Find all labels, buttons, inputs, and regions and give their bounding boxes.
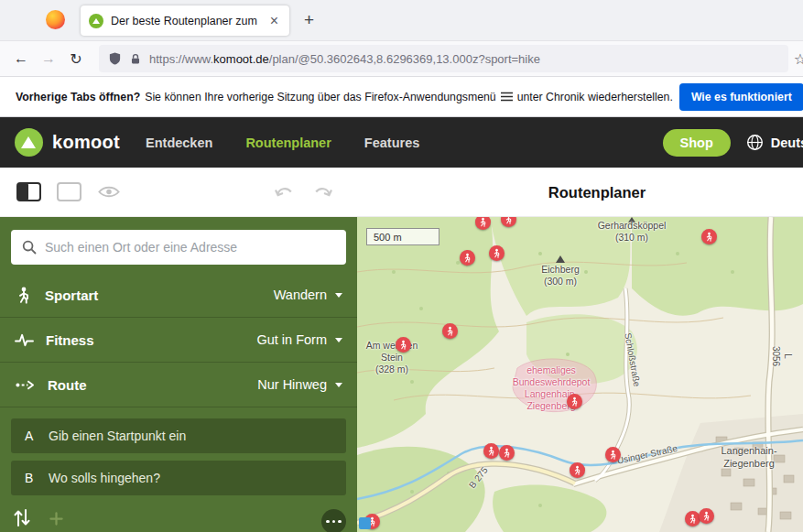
brand-name: komoot xyxy=(52,132,120,153)
globe-icon xyxy=(746,134,764,151)
browser-tab[interactable]: Der beste Routenplaner zum Ra × xyxy=(81,5,289,36)
hiker-icon xyxy=(502,448,512,458)
eye-icon[interactable] xyxy=(97,184,121,200)
firefox-icon[interactable] xyxy=(46,10,65,29)
tab-title: Der beste Routenplaner zum Ra xyxy=(111,15,260,27)
how-it-works-button[interactable]: Wie es funktioniert xyxy=(679,83,803,111)
url-text: https://www.komoot.de/plan/@50.3602643,8… xyxy=(149,52,540,66)
redo-icon[interactable] xyxy=(312,184,332,200)
forward-button[interactable]: → xyxy=(35,50,62,67)
add-waypoint-icon[interactable] xyxy=(49,512,63,526)
nav-routenplaner[interactable]: Routenplaner xyxy=(245,136,331,150)
hiker-icon xyxy=(478,217,488,227)
url-bar[interactable]: https://www.komoot.de/plan/@50.3602643,8… xyxy=(99,45,788,72)
hiker-icon xyxy=(492,248,502,258)
search-input[interactable] xyxy=(45,240,335,255)
fitness-pulse-icon xyxy=(15,331,34,349)
hiker-icon xyxy=(15,286,33,304)
hiker-icon xyxy=(504,217,514,224)
sport-dropdown[interactable]: Sportart Wandern xyxy=(0,273,357,318)
nav-entdecken[interactable]: Entdecken xyxy=(146,136,212,150)
map-marker-hiker[interactable] xyxy=(460,250,475,266)
chevron-down-icon xyxy=(335,338,342,342)
route-label: Route xyxy=(48,377,87,393)
navigation-bar: ← → ↻ https://www.komoot.de/plan/@50.360… xyxy=(0,40,803,77)
search-box xyxy=(11,230,346,265)
shop-button[interactable]: Shop xyxy=(663,129,731,157)
notification-text-bold: Vorherige Tabs öffnen? xyxy=(16,91,140,103)
notification-text-middle: Sie können Ihre vorherige Sitzung über d… xyxy=(145,91,495,103)
hiker-icon xyxy=(445,326,455,336)
hiker-icon xyxy=(486,446,496,456)
panel-layout-icon[interactable] xyxy=(57,182,81,201)
map-marker-hiker[interactable] xyxy=(499,445,515,461)
site-header: komoot Entdecken Routenplaner Features S… xyxy=(0,117,803,168)
map-marker-hiker[interactable] xyxy=(699,508,714,524)
map-marker-hiker[interactable] xyxy=(605,447,621,462)
page-title: Routenplaner xyxy=(548,183,646,201)
map-marker-hiker[interactable] xyxy=(701,229,717,244)
hiker-icon xyxy=(704,232,714,242)
route-value: Nur Hinweg xyxy=(257,377,327,392)
map-poi-blue xyxy=(359,517,371,529)
komoot-logo[interactable]: komoot xyxy=(15,128,120,157)
hiker-icon xyxy=(462,253,472,263)
fitness-value: Gut in Form xyxy=(256,332,327,347)
url-domain: komoot.de xyxy=(213,52,269,66)
start-point-input[interactable]: A Gib einen Startpunkt ein xyxy=(11,418,346,453)
map-marker-hiker[interactable] xyxy=(442,323,458,339)
map-marker-hiker[interactable] xyxy=(570,462,585,478)
start-point-placeholder: Gib einen Startpunkt ein xyxy=(49,429,186,443)
hiker-icon xyxy=(570,396,580,407)
back-button[interactable]: ← xyxy=(7,50,35,67)
planner-toolbar: Routenplaner xyxy=(0,168,803,217)
new-tab-button[interactable]: + xyxy=(298,8,320,32)
hiker-icon xyxy=(701,511,711,521)
map-canvas[interactable]: 500 m Gerhardsköppel (310 m) Eichberg (3… xyxy=(357,217,803,532)
menu-icon xyxy=(501,92,513,102)
planner-sidebar: Sportart Wandern Fitness Gut in Form Rou… xyxy=(0,217,357,532)
swap-waypoints-icon[interactable] xyxy=(13,506,31,529)
komoot-logo-icon xyxy=(15,128,43,157)
chevron-down-icon xyxy=(335,383,342,387)
route-icon xyxy=(15,376,36,394)
map-marker-hiker[interactable] xyxy=(483,443,499,459)
fitness-label: Fitness xyxy=(46,332,94,348)
map-marker-hiker[interactable] xyxy=(396,337,411,353)
fitness-dropdown[interactable]: Fitness Gut in Form xyxy=(0,318,357,363)
tab-close-icon[interactable]: × xyxy=(267,13,281,29)
hiker-icon xyxy=(688,514,698,524)
tab-bar: Der beste Routenplaner zum Ra × + xyxy=(0,0,803,40)
browser-window: Der beste Routenplaner zum Ra × + ← → ↻ … xyxy=(0,0,803,532)
bookmark-star-icon[interactable]: ☆ xyxy=(794,50,803,68)
more-options-button[interactable] xyxy=(321,509,346,532)
header-right: Shop Deutsch xyxy=(663,129,803,157)
waypoint-letter-b: B xyxy=(25,471,49,485)
search-icon xyxy=(22,240,37,255)
map-terrain xyxy=(357,217,803,532)
map-scale: 500 m xyxy=(366,228,439,245)
reload-button[interactable]: ↻ xyxy=(62,50,90,68)
url-path: /plan/@50.3602643,8.6296369,13.000z?spor… xyxy=(269,52,540,66)
site-nav: Entdecken Routenplaner Features xyxy=(146,136,419,150)
notification-text: Vorherige Tabs öffnen? Sie können Ihre v… xyxy=(16,91,673,103)
nav-features[interactable]: Features xyxy=(364,136,419,150)
lock-icon[interactable] xyxy=(129,52,142,66)
shield-icon[interactable] xyxy=(108,51,122,66)
route-dropdown[interactable]: Route Nur Hinweg xyxy=(0,363,357,407)
undo-icon[interactable] xyxy=(275,184,295,200)
hiker-icon xyxy=(572,465,582,475)
destination-input[interactable]: B Wo solls hingehen? xyxy=(11,461,346,495)
language-button[interactable]: Deutsch xyxy=(746,134,803,151)
sidebar-toggle-icon[interactable] xyxy=(16,182,41,201)
view-toggle-group xyxy=(16,182,121,201)
sport-value: Wandern xyxy=(274,288,327,302)
map-marker-hiker[interactable] xyxy=(567,394,582,409)
sport-label: Sportart xyxy=(45,288,98,303)
url-scheme: https://www. xyxy=(149,52,213,66)
waypoint-letter-a: A xyxy=(25,429,49,443)
map-marker-hiker[interactable] xyxy=(489,245,505,261)
komoot-favicon-icon xyxy=(89,14,103,28)
notification-text-end: unter Chronik wiederherstellen. xyxy=(517,91,673,103)
destination-placeholder: Wo solls hingehen? xyxy=(49,471,160,485)
